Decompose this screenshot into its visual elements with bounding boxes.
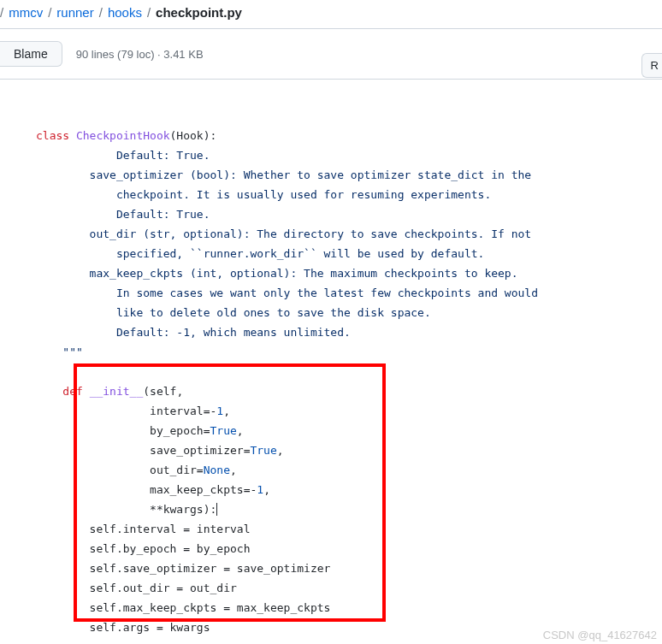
code-line: save_optimizer (bool): Whether to save o… xyxy=(36,168,531,181)
breadcrumb-sep: / xyxy=(48,5,51,20)
code-line: In some cases we want only the latest fe… xyxy=(36,287,538,299)
code-line: max_keep_ckpts (int, optional): The maxi… xyxy=(36,267,518,280)
file-info: 90 lines (79 loc) · 3.41 KB xyxy=(76,48,204,61)
breadcrumb-sep: / xyxy=(99,5,103,20)
code-line: self.by_epoch = by_epoch xyxy=(36,542,250,555)
watermark: CSDN @qq_41627642 xyxy=(543,629,657,641)
code-line: self.max_keep_ckpts = max_keep_ckpts xyxy=(36,601,330,614)
code-line: interval=-1, xyxy=(36,405,230,417)
code-line: **kwargs): xyxy=(36,503,217,516)
breadcrumb-sep: / xyxy=(147,5,151,20)
code-viewer[interactable]: class CheckpointHook(Hook): Default: Tru… xyxy=(0,80,662,637)
code-line: Default: -1, which means unlimited. xyxy=(36,326,351,339)
breadcrumb-hooks[interactable]: hooks xyxy=(108,5,142,20)
file-toolbar: Blame 90 lines (79 loc) · 3.41 KB xyxy=(0,29,662,80)
code-line: like to delete old ones to save the disk… xyxy=(36,306,431,319)
breadcrumb-runner[interactable]: runner xyxy=(56,5,93,20)
code-line: save_optimizer=True, xyxy=(36,444,284,457)
code-line: max_keep_ckpts=-1, xyxy=(36,483,270,496)
blame-button[interactable]: Blame xyxy=(0,41,62,67)
code-line: self.interval = interval xyxy=(36,523,250,535)
code-line: self.args = kwargs xyxy=(36,621,210,634)
breadcrumb-mmcv[interactable]: mmcv xyxy=(9,5,43,20)
breadcrumb-file: checkpoint.py xyxy=(156,5,242,20)
code-line: self.save_optimizer = save_optimizer xyxy=(36,562,330,575)
code-line: out_dir (str, optional): The directory t… xyxy=(36,227,531,240)
code-line: self.out_dir = out_dir xyxy=(36,582,237,594)
code-line: specified, ``runner.work_dir`` will be u… xyxy=(36,247,484,260)
breadcrumb: / mmcv / runner / hooks / checkpoint.py xyxy=(0,0,662,29)
breadcrumb-sep: / xyxy=(0,5,3,20)
code-line: Default: True. xyxy=(36,149,210,162)
code-line: by_epoch=True, xyxy=(36,424,244,437)
code-line: Default: True. xyxy=(36,208,210,221)
code-line: def __init__(self, xyxy=(36,385,183,398)
text-cursor xyxy=(216,503,217,516)
code-line: out_dir=None, xyxy=(36,464,237,476)
raw-button[interactable]: R xyxy=(641,53,662,78)
code-line: """ xyxy=(36,346,83,358)
code-line: checkpoint. It is usually used for resum… xyxy=(36,188,491,201)
code-line: class CheckpointHook(Hook): xyxy=(36,129,216,142)
